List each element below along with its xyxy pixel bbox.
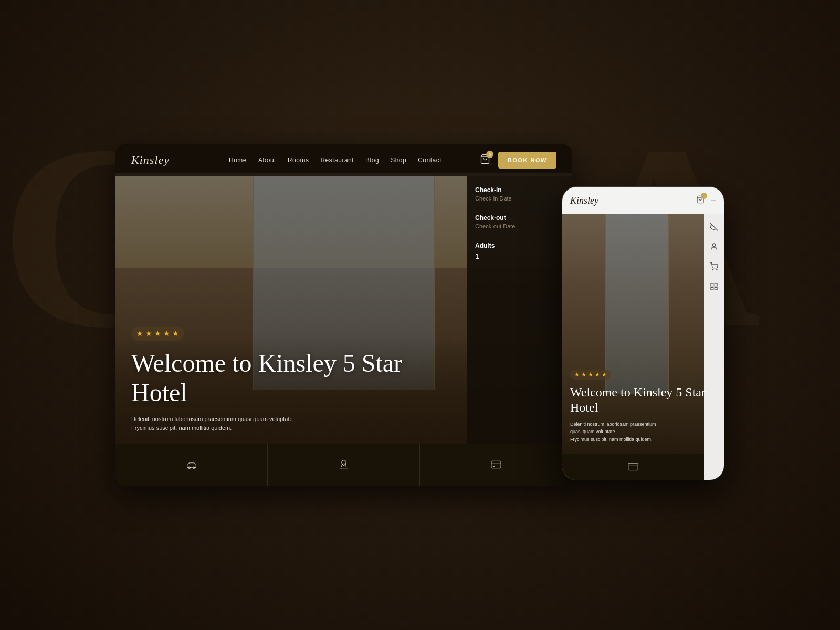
mobile-bottom-icon xyxy=(628,461,638,472)
desktop-hero-content: ★ ★ ★ ★ ★ Welcome to Kinsley 5 Star Hote… xyxy=(131,327,420,433)
mobile-nav-right: 0 ≡ xyxy=(696,195,716,206)
nav-link-contact[interactable]: Contact xyxy=(418,156,442,164)
taxi-icon xyxy=(186,459,197,470)
desktop-subtitle-line1: Deleniti nostrum laboriosam praesentium … xyxy=(131,416,295,422)
desktop-logo: Kinsley xyxy=(131,153,170,167)
adults-label: Adults xyxy=(475,242,564,249)
mobile-star-2: ★ xyxy=(581,371,586,378)
desktop-cart-wrapper[interactable]: 0 xyxy=(480,154,490,166)
checkout-label: Check-out xyxy=(475,214,564,222)
mobile-hero-content: ★ ★ ★ ★ ★ Welcome to Kinsley 5 Star Hote… xyxy=(570,370,716,443)
mobile-star-4: ★ xyxy=(595,371,600,378)
toolbar-eye-icon[interactable] xyxy=(707,219,721,234)
desktop-hero-title: Welcome to Kinsley 5 Star Hotel xyxy=(131,349,420,406)
mobile-toolbar xyxy=(704,214,724,480)
booking-dropdown: Check-in Check-in Date Check-out Check-o… xyxy=(467,176,572,444)
star-3: ★ xyxy=(154,329,161,338)
mobile-hero-title: Welcome to Kinsley 5 Star Hotel xyxy=(570,385,716,415)
checkin-section: Check-in Check-in Date xyxy=(475,186,564,206)
star-4: ★ xyxy=(163,329,170,338)
scene-wrapper: Kinsley Home About Rooms Restaurant Blog… xyxy=(116,144,724,486)
svg-rect-13 xyxy=(711,284,713,286)
toolbar-user-icon[interactable] xyxy=(707,239,721,254)
mobile-star-1: ★ xyxy=(574,371,580,378)
desktop-subtitle-line2: Frycimus suscipit, nam mollitia quidem. xyxy=(131,425,232,431)
mobile-cart-badge: 0 xyxy=(701,193,707,199)
service-concierge[interactable] xyxy=(268,444,420,486)
checkout-value[interactable]: Check-out Date xyxy=(475,223,564,234)
svg-rect-16 xyxy=(715,287,717,290)
mobile-subtitle-2: quasi quam voluptate. xyxy=(570,429,616,434)
desktop-cart-badge: 0 xyxy=(486,151,494,158)
star-5: ★ xyxy=(172,329,179,338)
mobile-subtitle-3: Frycimus suscipit, nam mollitia quidem. xyxy=(570,437,653,442)
mobile-hero-subtitle: Deleniti nostrum laboriosam praesentium … xyxy=(570,421,716,443)
mobile-logo: Kinsley xyxy=(570,195,696,206)
svg-rect-5 xyxy=(491,461,500,468)
toolbar-grid-icon[interactable] xyxy=(707,279,721,294)
mobile-bottom-bar xyxy=(562,454,704,480)
concierge-icon xyxy=(339,459,349,470)
nav-link-shop[interactable]: Shop xyxy=(391,156,406,164)
svg-rect-15 xyxy=(711,287,713,290)
nav-link-about[interactable]: About xyxy=(258,156,276,164)
mobile-menu-icon[interactable]: ≡ xyxy=(711,195,716,206)
desktop-inner: Kinsley Home About Rooms Restaurant Blog… xyxy=(116,144,572,486)
mobile-subtitle-1: Deleniti nostrum laboriosam praesentium xyxy=(570,422,656,427)
desktop-nav-links: Home About Rooms Restaurant Blog Shop Co… xyxy=(191,156,480,164)
svg-point-12 xyxy=(717,269,717,270)
mobile-nav: Kinsley 0 ≡ xyxy=(562,187,724,214)
creditcard-icon xyxy=(491,459,501,470)
checkin-label: Check-in xyxy=(475,186,564,194)
desktop-stars: ★ ★ ★ ★ ★ xyxy=(131,327,184,341)
toolbar-cart-icon[interactable] xyxy=(707,259,721,274)
desktop-mockup: Kinsley Home About Rooms Restaurant Blog… xyxy=(116,144,572,486)
mobile-star-3: ★ xyxy=(588,371,593,378)
mobile-stars: ★ ★ ★ ★ ★ xyxy=(570,370,611,380)
star-2: ★ xyxy=(145,329,152,338)
desktop-nav-right: 0 BOOK NOW xyxy=(480,152,556,169)
service-creditcard[interactable] xyxy=(420,444,572,486)
svg-rect-17 xyxy=(628,463,638,470)
nav-link-blog[interactable]: Blog xyxy=(365,156,379,164)
adults-value[interactable]: 1 xyxy=(475,252,564,260)
service-bar xyxy=(116,444,572,486)
desktop-nav: Kinsley Home About Rooms Restaurant Blog… xyxy=(116,144,572,176)
book-now-button[interactable]: BOOK NOW xyxy=(498,152,556,169)
checkin-value[interactable]: Check-in Date xyxy=(475,195,564,206)
svg-point-10 xyxy=(712,244,715,246)
adults-section: Adults 1 xyxy=(475,242,564,260)
desktop-hero-subtitle: Deleniti nostrum laboriosam praesentium … xyxy=(131,415,420,433)
checkout-section: Check-out Check-out Date xyxy=(475,214,564,234)
mobile-cart-wrapper[interactable]: 0 xyxy=(696,195,705,206)
nav-link-home[interactable]: Home xyxy=(229,156,247,164)
mobile-inner: Kinsley 0 ≡ ★ ★ xyxy=(562,187,724,480)
svg-point-11 xyxy=(712,269,713,270)
nav-link-restaurant[interactable]: Restaurant xyxy=(320,156,354,164)
service-taxi[interactable] xyxy=(116,444,268,486)
svg-rect-14 xyxy=(715,284,717,286)
star-1: ★ xyxy=(136,329,143,338)
mobile-star-5: ★ xyxy=(602,371,607,378)
mobile-mockup: Kinsley 0 ≡ ★ ★ xyxy=(562,186,724,480)
nav-link-rooms[interactable]: Rooms xyxy=(288,156,309,164)
